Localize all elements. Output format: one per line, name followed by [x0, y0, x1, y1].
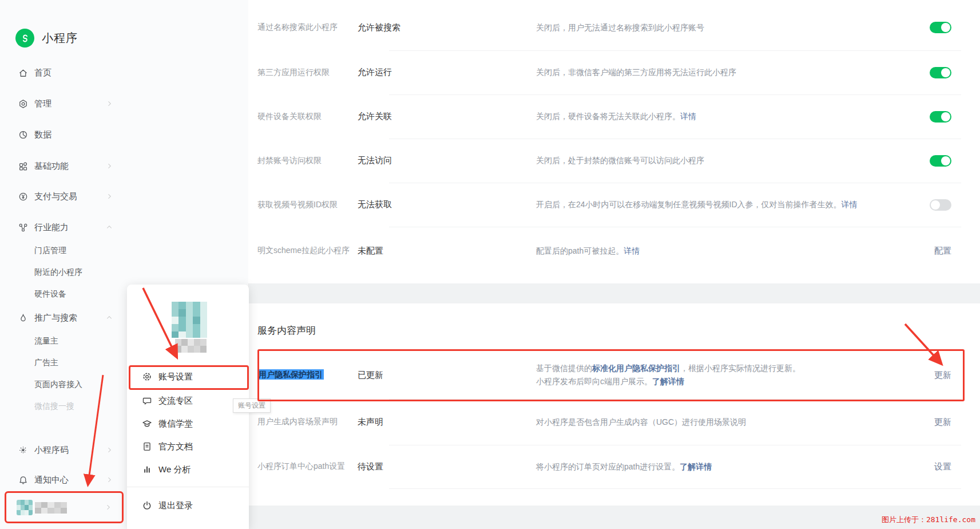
bell-icon: [18, 475, 28, 485]
menu-item-label: 退出登录: [158, 500, 193, 511]
sidebar-item-home[interactable]: 首页: [0, 64, 248, 81]
row-value: 未声明: [358, 417, 536, 428]
row-desc: 对小程序是否包含用户生成内容（UGC）进行使用场景说明: [536, 416, 888, 429]
row-divider: [389, 399, 961, 400]
miniprogram-code-icon: [18, 445, 28, 455]
gear-icon: [142, 372, 152, 382]
sidebar-item-data[interactable]: 数据: [0, 126, 248, 143]
power-icon: [142, 500, 152, 511]
details-link[interactable]: 详情: [680, 112, 696, 121]
row-divider: [389, 227, 961, 227]
manage-icon: [18, 98, 28, 109]
banned-access-toggle[interactable]: [930, 155, 951, 167]
standard-privacy-guide-link[interactable]: 标准化用户隐私保护指引: [592, 364, 680, 373]
chevron-right-icon: [106, 163, 113, 169]
row-divider: [389, 50, 961, 51]
thirdparty-permission-toggle[interactable]: [930, 67, 951, 78]
account-settings-tooltip: 账号设置: [233, 398, 271, 413]
permission-row-banned: 封禁账号访问权限 无法访问 关闭后，处于封禁的微信账号可以访问此小程序: [248, 139, 980, 183]
sidebar-label: 微信搜一搜: [34, 401, 74, 412]
menu-item-label: 交流专区: [158, 396, 193, 406]
details-link[interactable]: 详情: [624, 246, 640, 255]
update-ugc-link[interactable]: 更新: [934, 417, 951, 427]
account-name-blurred: [35, 502, 67, 514]
hardware-permission-toggle[interactable]: [930, 111, 951, 123]
popup-avatar-blurred: [172, 302, 207, 338]
menu-item-logout[interactable]: 退出登录: [127, 494, 249, 517]
chevron-right-icon: [105, 504, 112, 511]
service-row-ugc: 用户生成内容场景声明 未声明 对小程序是否包含用户生成内容（UGC）进行使用场景…: [248, 399, 980, 445]
row-value: 待设置: [358, 461, 536, 472]
sidebar-item-nearby[interactable]: 附近的小程序: [0, 264, 248, 281]
configure-link[interactable]: 配置: [934, 246, 951, 255]
learn-more-link[interactable]: 了解详情: [680, 462, 712, 471]
row-value: 允许运行: [358, 67, 536, 78]
row-label: 获取视频号视频ID权限: [248, 200, 358, 210]
sidebar-account-item[interactable]: [9, 494, 122, 521]
search-permission-toggle[interactable]: [930, 22, 951, 33]
grid-icon: [18, 161, 28, 171]
account-avatar: [17, 500, 33, 515]
chevron-up-icon: [106, 224, 113, 231]
learn-more-link[interactable]: 了解详情: [652, 377, 684, 386]
set-path-link[interactable]: 设置: [934, 461, 951, 471]
row-label: 封禁账号访问权限: [248, 156, 358, 166]
analytics-bars-icon: [142, 464, 152, 475]
row-value: 允许被搜索: [358, 22, 536, 33]
chevron-right-icon: [106, 447, 113, 453]
row-desc: 基于微信提供的标准化用户隐私保护指引，根据小程序实际情况进行更新。 小程序发布后…: [536, 362, 888, 388]
wechat-miniprogram-console: 小程序 首页 管理 数据 基础功能 支付与交易 行业能力: [0, 0, 980, 529]
row-label: 第三方应用运行权限: [248, 68, 358, 78]
sidebar-label: 通知中心: [34, 475, 69, 485]
row-desc: 关闭后，用户无法通过名称搜索到此小程序账号: [536, 21, 888, 34]
sidebar-label: 门店管理: [34, 246, 66, 256]
menu-item-official-docs[interactable]: 官方文档: [127, 435, 249, 458]
row-desc: 关闭后，硬件设备将无法关联此小程序。详情: [536, 110, 888, 123]
row-divider: [389, 488, 961, 489]
sidebar-label: 首页: [34, 68, 51, 78]
sidebar-label: 硬件设备: [34, 289, 66, 299]
update-privacy-link[interactable]: 更新: [934, 370, 951, 380]
menu-divider: [127, 487, 249, 487]
miniprogram-logo-icon: [15, 29, 34, 48]
menu-item-label: 账号设置: [158, 372, 193, 382]
chevron-right-icon: [106, 476, 113, 483]
sidebar-label: 广告主: [34, 358, 58, 368]
sidebar-item-basic-features[interactable]: 基础功能: [0, 157, 248, 175]
service-row-privacy: 用户隐私保护指引 已更新 基于微信提供的标准化用户隐私保护指引，根据小程序实际情…: [248, 351, 980, 399]
row-value: 无法获取: [358, 199, 536, 210]
video-id-toggle[interactable]: [930, 199, 951, 211]
sidebar-label: 数据: [34, 129, 51, 140]
sidebar-item-payments[interactable]: 支付与交易: [0, 188, 248, 205]
menu-item-forum[interactable]: 交流专区: [127, 389, 249, 412]
chevron-right-icon: [106, 193, 113, 200]
watermark: 图片上传于：281life.com: [882, 515, 975, 525]
row-value: 未配置: [358, 246, 536, 256]
sidebar-label: 基础功能: [34, 161, 69, 172]
chevron-up-icon: [106, 314, 113, 321]
graduation-cap-icon: [142, 419, 152, 429]
menu-item-label: 官方文档: [158, 441, 193, 452]
privacy-guide-selected-text: 用户隐私保护指引: [257, 369, 324, 380]
menu-item-wechat-academy[interactable]: 微信学堂: [127, 412, 249, 435]
permission-row-video-id: 获取视频号视频ID权限 无法获取 开启后，在24小时内可以在移动端复制任意视频号…: [248, 183, 980, 227]
row-desc: 配置后的path可被拉起。详情: [536, 244, 888, 258]
sidebar-label: 管理: [34, 98, 51, 109]
row-value: 无法访问: [358, 155, 536, 166]
sidebar-label: 附近的小程序: [34, 267, 82, 278]
sidebar-item-industry[interactable]: 行业能力: [0, 219, 248, 236]
row-label: 用户隐私保护指引: [248, 370, 358, 380]
sidebar-label: 推广与搜索: [34, 313, 77, 323]
permission-row-thirdparty: 第三方应用运行权限 允许运行 关闭后，非微信客户端的第三方应用将无法运行此小程序: [248, 50, 980, 94]
menu-item-we-analytics[interactable]: We 分析: [127, 458, 249, 481]
app-logo: 小程序: [15, 29, 78, 48]
menu-item-account-settings[interactable]: 账号设置: [127, 365, 249, 388]
permission-row-hardware: 硬件设备关联权限 允许关联 关闭后，硬件设备将无法关联此小程序。详情: [248, 94, 980, 139]
row-divider: [389, 445, 961, 445]
service-declaration-card: 服务内容声明 用户隐私保护指引 已更新 基于微信提供的标准化用户隐私保护指引，根…: [248, 303, 980, 506]
section-title: 服务内容声明: [257, 324, 316, 337]
popup-name-blurred: [175, 339, 207, 353]
sidebar-item-manage[interactable]: 管理: [0, 95, 248, 112]
details-link[interactable]: 详情: [842, 200, 858, 209]
sidebar-item-store-manage[interactable]: 门店管理: [0, 242, 248, 259]
